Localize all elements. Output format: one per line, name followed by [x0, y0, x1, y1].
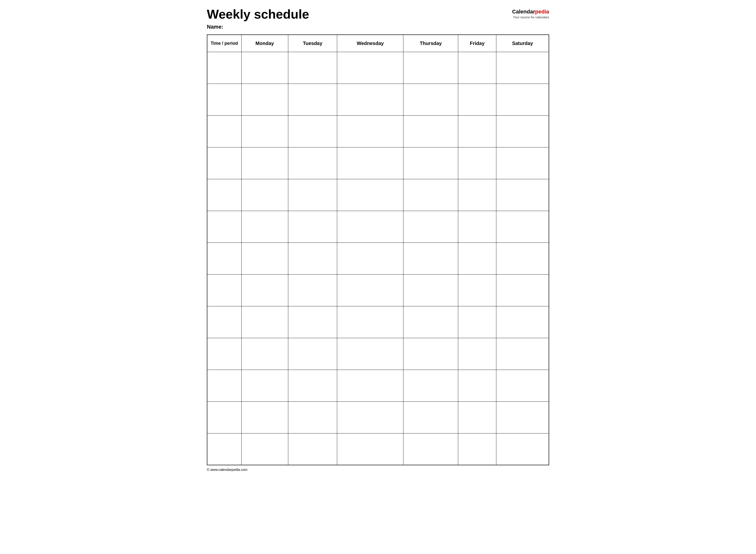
tuesday-cell[interactable]	[288, 52, 337, 84]
time-cell[interactable]	[207, 147, 241, 179]
saturday-cell[interactable]	[496, 401, 549, 433]
thursday-cell[interactable]	[403, 52, 458, 84]
friday-cell[interactable]	[458, 338, 496, 370]
tuesday-cell[interactable]	[288, 147, 337, 179]
friday-cell[interactable]	[458, 274, 496, 306]
monday-cell[interactable]	[241, 84, 288, 115]
thursday-cell[interactable]	[403, 401, 458, 433]
wednesday-cell[interactable]	[337, 115, 403, 147]
friday-cell[interactable]	[458, 401, 496, 433]
monday-cell[interactable]	[241, 242, 288, 274]
monday-cell[interactable]	[241, 115, 288, 147]
monday-cell[interactable]	[241, 433, 288, 465]
time-cell[interactable]	[207, 274, 241, 306]
saturday-cell[interactable]	[496, 84, 549, 115]
saturday-cell[interactable]	[496, 179, 549, 211]
saturday-cell[interactable]	[496, 52, 549, 84]
friday-cell[interactable]	[458, 370, 496, 401]
monday-cell[interactable]	[241, 211, 288, 242]
tuesday-cell[interactable]	[288, 84, 337, 115]
monday-cell[interactable]	[241, 401, 288, 433]
friday-cell[interactable]	[458, 211, 496, 242]
friday-cell[interactable]	[458, 242, 496, 274]
tuesday-cell[interactable]	[288, 306, 337, 338]
time-cell[interactable]	[207, 401, 241, 433]
table-row	[207, 242, 549, 274]
monday-cell[interactable]	[241, 147, 288, 179]
tuesday-cell[interactable]	[288, 211, 337, 242]
thursday-cell[interactable]	[403, 211, 458, 242]
page-container: Weekly schedule Calendarpedia Your sourc…	[207, 7, 549, 472]
saturday-cell[interactable]	[496, 433, 549, 465]
wednesday-cell[interactable]	[337, 147, 403, 179]
wednesday-cell[interactable]	[337, 52, 403, 84]
monday-cell[interactable]	[241, 274, 288, 306]
friday-cell[interactable]	[458, 115, 496, 147]
table-row	[207, 274, 549, 306]
wednesday-cell[interactable]	[337, 179, 403, 211]
tuesday-cell[interactable]	[288, 338, 337, 370]
tuesday-cell[interactable]	[288, 179, 337, 211]
tuesday-cell[interactable]	[288, 370, 337, 401]
thursday-cell[interactable]	[403, 370, 458, 401]
friday-cell[interactable]	[458, 84, 496, 115]
friday-cell[interactable]	[458, 433, 496, 465]
time-cell[interactable]	[207, 211, 241, 242]
thursday-cell[interactable]	[403, 115, 458, 147]
friday-cell[interactable]	[458, 147, 496, 179]
tuesday-cell[interactable]	[288, 115, 337, 147]
wednesday-cell[interactable]	[337, 433, 403, 465]
wednesday-cell[interactable]	[337, 84, 403, 115]
thursday-cell[interactable]	[403, 306, 458, 338]
tuesday-cell[interactable]	[288, 274, 337, 306]
saturday-cell[interactable]	[496, 274, 549, 306]
wednesday-cell[interactable]	[337, 211, 403, 242]
friday-cell[interactable]	[458, 179, 496, 211]
saturday-cell[interactable]	[496, 147, 549, 179]
table-row	[207, 147, 549, 179]
wednesday-cell[interactable]	[337, 370, 403, 401]
tuesday-cell[interactable]	[288, 433, 337, 465]
time-cell[interactable]	[207, 242, 241, 274]
wednesday-cell[interactable]	[337, 338, 403, 370]
page-title: Weekly schedule	[207, 7, 309, 21]
table-row	[207, 84, 549, 115]
thursday-cell[interactable]	[403, 84, 458, 115]
saturday-cell[interactable]	[496, 306, 549, 338]
friday-cell[interactable]	[458, 306, 496, 338]
monday-cell[interactable]	[241, 370, 288, 401]
wednesday-cell[interactable]	[337, 401, 403, 433]
time-cell[interactable]	[207, 306, 241, 338]
monday-cell[interactable]	[241, 306, 288, 338]
table-header-row: Time / period Monday Tuesday Wednesday T…	[207, 35, 549, 52]
saturday-cell[interactable]	[496, 211, 549, 242]
col-header-time: Time / period	[207, 35, 241, 52]
wednesday-cell[interactable]	[337, 274, 403, 306]
time-cell[interactable]	[207, 84, 241, 115]
thursday-cell[interactable]	[403, 147, 458, 179]
time-cell[interactable]	[207, 179, 241, 211]
tuesday-cell[interactable]	[288, 401, 337, 433]
saturday-cell[interactable]	[496, 115, 549, 147]
thursday-cell[interactable]	[403, 433, 458, 465]
time-cell[interactable]	[207, 433, 241, 465]
thursday-cell[interactable]	[403, 338, 458, 370]
time-cell[interactable]	[207, 338, 241, 370]
saturday-cell[interactable]	[496, 242, 549, 274]
logo-calendar-part: Calendar	[512, 9, 535, 15]
monday-cell[interactable]	[241, 179, 288, 211]
wednesday-cell[interactable]	[337, 306, 403, 338]
saturday-cell[interactable]	[496, 370, 549, 401]
thursday-cell[interactable]	[403, 242, 458, 274]
monday-cell[interactable]	[241, 52, 288, 84]
wednesday-cell[interactable]	[337, 242, 403, 274]
saturday-cell[interactable]	[496, 338, 549, 370]
monday-cell[interactable]	[241, 338, 288, 370]
thursday-cell[interactable]	[403, 274, 458, 306]
friday-cell[interactable]	[458, 52, 496, 84]
time-cell[interactable]	[207, 115, 241, 147]
tuesday-cell[interactable]	[288, 242, 337, 274]
time-cell[interactable]	[207, 370, 241, 401]
thursday-cell[interactable]	[403, 179, 458, 211]
time-cell[interactable]	[207, 52, 241, 84]
